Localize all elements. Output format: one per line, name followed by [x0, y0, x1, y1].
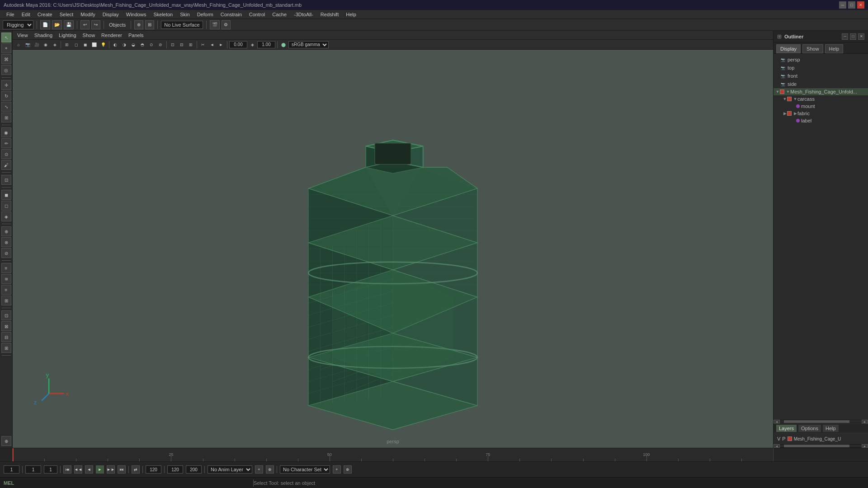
char-set-btn2[interactable]: ⊕	[344, 465, 352, 474]
vp-home-btn[interactable]: ⌂	[14, 41, 23, 49]
step-back-button[interactable]: ◄◄	[74, 465, 82, 474]
menu-skeleton[interactable]: Skeleton	[150, 10, 176, 19]
timeline-ruler[interactable]: 255075100	[13, 448, 773, 461]
scroll-right-btn[interactable]: ►	[862, 420, 868, 423]
scroll-left-btn[interactable]: ◄	[774, 420, 780, 423]
frame-start-input[interactable]	[4, 465, 19, 474]
vp-grid-btn[interactable]: ⊞	[63, 41, 71, 49]
vp-shade4-btn[interactable]: ◓	[138, 41, 146, 49]
loop-button[interactable]: ⇄	[132, 465, 140, 474]
play-back-button[interactable]: ◄	[85, 465, 93, 474]
go-end-button[interactable]: ⏭	[118, 465, 126, 474]
vp-bookmark-btn[interactable]: ◉	[42, 41, 50, 49]
vp-camera-btn[interactable]: 📷	[24, 41, 32, 49]
magnet-button[interactable]: ⊞	[145, 20, 154, 29]
joint-tool[interactable]: ⊙	[1, 149, 11, 159]
vp-shade1-btn[interactable]: ◐	[111, 41, 119, 49]
vp-aa-btn[interactable]: ⊙	[147, 41, 156, 49]
vp-menu-panels[interactable]: Panels	[126, 31, 146, 39]
go-start-button[interactable]: ⏮	[63, 465, 71, 474]
menu-constrain[interactable]: Constrain	[217, 10, 245, 19]
camera-tool[interactable]: ◻	[1, 201, 11, 211]
char-set-dropdown[interactable]: No Character Set	[280, 465, 330, 474]
scroll-thumb[interactable]	[784, 420, 849, 423]
new-file-button[interactable]: 📄	[40, 20, 50, 29]
sculpt-tool[interactable]: ✏	[1, 138, 11, 148]
misc-tool-11[interactable]: ⊞	[1, 343, 11, 353]
outliner-maximize[interactable]: □	[850, 33, 856, 40]
tree-item-fabric[interactable]: ▶ ▶ fabric	[774, 110, 868, 117]
vp-shade2-btn[interactable]: ◑	[120, 41, 128, 49]
misc-tool-3[interactable]: ⊘	[1, 248, 11, 258]
vp-forward-btn[interactable]: ►	[217, 41, 225, 49]
scale-tool[interactable]: ⤡	[1, 102, 11, 112]
vp-value2-input[interactable]	[257, 41, 275, 48]
frame-current-input[interactable]	[25, 465, 41, 474]
frame-end-input[interactable]	[146, 465, 161, 474]
vp-menu-view[interactable]: View	[14, 31, 31, 39]
redo-button[interactable]: ↪	[91, 20, 100, 29]
tree-item-mesh-root[interactable]: ▼ ▼ Mesh_Fishing_Cage_Unfold...	[774, 88, 868, 95]
vp-shade3-btn[interactable]: ◒	[129, 41, 137, 49]
no-live-surface-label[interactable]: No Live Surface	[161, 21, 203, 29]
soft-select-tool[interactable]: ◎	[1, 65, 11, 75]
open-file-button[interactable]: 📂	[52, 20, 62, 29]
menu-cache[interactable]: Cache	[269, 10, 290, 19]
anim-layer-btn2[interactable]: ⊕	[266, 465, 274, 474]
vp-menu-lighting[interactable]: Lighting	[56, 31, 79, 39]
lasso-select-tool[interactable]: ⌖	[1, 43, 11, 53]
vp-ssao-btn[interactable]: ⊘	[156, 41, 165, 49]
tree-item-top[interactable]: 📷 top	[774, 64, 868, 72]
menu-select[interactable]: Select	[56, 10, 77, 19]
misc-tool-6[interactable]: ≡	[1, 285, 11, 295]
mel-input[interactable]	[18, 479, 253, 487]
expand-mesh-root[interactable]: ▼	[775, 89, 780, 94]
tab-layers[interactable]: Layers	[776, 425, 797, 432]
misc-tool-5[interactable]: ≋	[1, 274, 11, 284]
vp-shaded-btn[interactable]: ◼	[81, 41, 89, 49]
misc-tool-8[interactable]: ⊡	[1, 310, 11, 320]
range-start-input[interactable]	[167, 465, 183, 474]
misc-tool-9[interactable]: ⊠	[1, 321, 11, 331]
tab-show[interactable]: Show	[802, 44, 823, 53]
light-tool[interactable]: ◈	[1, 211, 11, 221]
menu-display[interactable]: Display	[99, 10, 123, 19]
soft-mod-tool[interactable]: ◉	[1, 127, 11, 137]
expand-fabric[interactable]: ▶	[783, 111, 787, 116]
play-forward-button[interactable]: ►	[96, 465, 104, 474]
layers-scroll-left[interactable]: ◄	[774, 444, 780, 448]
vp-xray-btn[interactable]: ⊡	[169, 41, 177, 49]
tree-item-persp[interactable]: 📷 persp	[774, 56, 868, 64]
menu-control[interactable]: Control	[245, 10, 269, 19]
close-button[interactable]: ✕	[857, 1, 864, 9]
save-file-button[interactable]: 💾	[64, 20, 74, 29]
vp-back-btn[interactable]: ◄	[208, 41, 216, 49]
timeline-area[interactable]: 255075100	[0, 448, 868, 461]
minimize-button[interactable]: ─	[839, 1, 846, 9]
menu-redshift[interactable]: Redshift	[317, 10, 342, 19]
menu-skin[interactable]: Skin	[176, 10, 193, 19]
vp-lighting-btn[interactable]: 💡	[99, 41, 107, 49]
vp-clip-btn[interactable]: ✂	[199, 41, 207, 49]
move-tool[interactable]: ✛	[1, 80, 11, 90]
snap-button[interactable]: ⊕	[134, 20, 143, 29]
tree-item-carcass[interactable]: ▼ ▼ carcass	[774, 95, 868, 103]
render-icon-btn[interactable]: ◼	[1, 190, 11, 200]
vp-menu-renderer[interactable]: Renderer	[99, 31, 125, 39]
colorspace-dropdown[interactable]: sRGB gamma	[288, 41, 329, 48]
expand-carcass[interactable]: ▼	[783, 97, 787, 101]
render-settings-button[interactable]: ⚙	[222, 20, 231, 29]
menu-file[interactable]: File	[3, 10, 18, 19]
outliner-minimize[interactable]: ─	[842, 33, 848, 40]
vp-textured-btn[interactable]: ⬜	[90, 41, 98, 49]
misc-tool-1[interactable]: ⊕	[1, 226, 11, 236]
tab-options[interactable]: Options	[798, 425, 821, 432]
menu-windows[interactable]: Windows	[123, 10, 150, 19]
expand2-carcass[interactable]: ▼	[793, 97, 797, 101]
misc-tool-12[interactable]: ⊕	[1, 436, 11, 446]
anim-layer-btn1[interactable]: +	[255, 465, 263, 474]
menu-help[interactable]: Help	[342, 10, 360, 19]
layers-scroll-right[interactable]: ►	[862, 444, 868, 448]
outliner-close[interactable]: ✕	[858, 33, 864, 40]
vp-isolate-btn[interactable]: ◈	[51, 41, 59, 49]
